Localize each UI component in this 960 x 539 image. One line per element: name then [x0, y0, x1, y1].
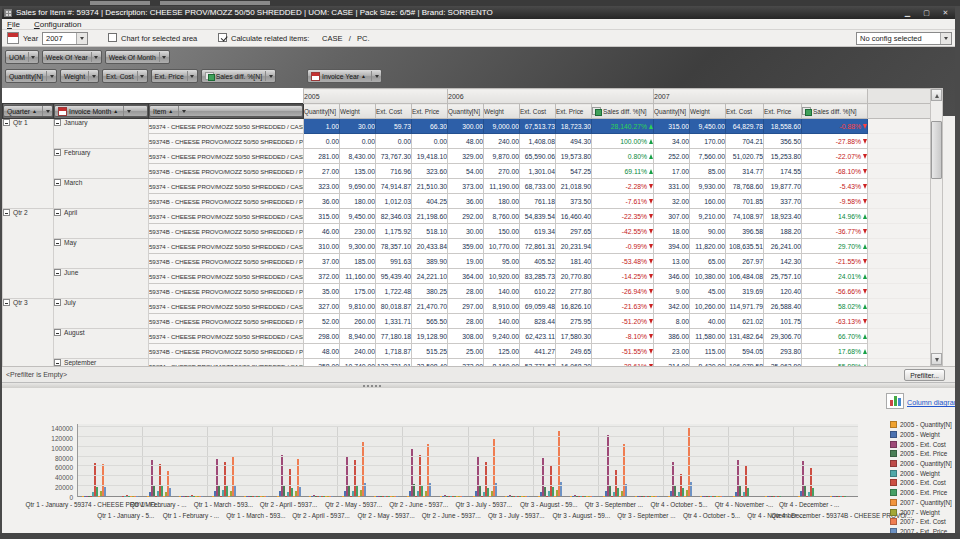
data-cell[interactable]: 11,580.00	[690, 329, 726, 344]
data-cell[interactable]: 494.30	[556, 134, 592, 149]
data-cell[interactable]: 83,285.73	[520, 269, 556, 284]
data-cell[interactable]: 106,484.08	[726, 269, 764, 284]
data-cell[interactable]: 160.00	[690, 194, 726, 209]
column-diagram-link[interactable]: Column diagram	[907, 398, 955, 407]
row-field-invoice-month[interactable]: Invoice Month▲	[54, 105, 148, 117]
data-cell[interactable]: 180.00	[484, 194, 520, 209]
scroll-down-icon[interactable]	[931, 353, 942, 365]
maximize-button[interactable]: ▢	[920, 8, 933, 17]
sales-diff-cell[interactable]: -68.10%	[802, 164, 868, 179]
menu-configuration[interactable]: Configuration	[27, 20, 89, 29]
data-cell[interactable]: 115.00	[690, 344, 726, 359]
filter-field-week-of-year[interactable]: Week Of Year	[42, 50, 102, 64]
data-cell[interactable]: 308.00	[448, 329, 484, 344]
data-cell[interactable]: 54.00	[448, 164, 484, 179]
data-cell[interactable]: 78,357.10	[376, 239, 412, 254]
data-cell[interactable]: 150.00	[484, 224, 520, 239]
month-group-cell[interactable]: August	[54, 329, 149, 359]
data-cell[interactable]: 8.00	[654, 314, 690, 329]
bar[interactable]	[136, 496, 138, 497]
data-cell[interactable]: 27.00	[304, 164, 340, 179]
data-cell[interactable]: 28.00	[448, 314, 484, 329]
sales-diff-cell[interactable]: 100.00%	[592, 134, 654, 149]
collapse-icon[interactable]	[54, 299, 61, 306]
data-cell[interactable]: 90.00	[690, 224, 726, 239]
data-cell[interactable]: 19,573.80	[556, 149, 592, 164]
filter-dropdown-icon[interactable]	[137, 71, 146, 81]
data-cell[interactable]: 24,221.10	[412, 269, 448, 284]
item-cell[interactable]: 59374 - CHEESE PROV/MOZZ 50/50 SHREDDED …	[149, 239, 304, 254]
column-field-invoice-year[interactable]: Invoice Year▲	[307, 69, 382, 83]
data-cell[interactable]: 13.00	[654, 254, 690, 269]
sales-diff-cell[interactable]: 14.96%	[802, 209, 868, 224]
data-cell[interactable]: 331.00	[654, 179, 690, 194]
collapse-icon[interactable]	[54, 329, 61, 336]
sales-diff-cell[interactable]: -42.55%	[592, 224, 654, 239]
data-cell[interactable]: 359.00	[448, 239, 484, 254]
month-group-cell[interactable]: April	[54, 209, 149, 239]
data-field-ext-cost[interactable]: Ext. Cost	[102, 69, 148, 83]
data-cell[interactable]: 716.96	[376, 164, 412, 179]
data-cell[interactable]: 389.90	[412, 254, 448, 269]
data-cell[interactable]: 82,346.03	[376, 209, 412, 224]
collapse-icon[interactable]	[3, 299, 10, 306]
data-cell[interactable]: 30.00	[448, 224, 484, 239]
data-cell[interactable]: 131,482.64	[726, 329, 764, 344]
prefilter-button[interactable]: Prefilter...	[904, 369, 945, 381]
bar[interactable]	[527, 496, 529, 497]
bar[interactable]	[266, 496, 268, 497]
data-cell[interactable]: 9,690.00	[340, 179, 376, 194]
data-cell[interactable]: 180.00	[340, 194, 376, 209]
data-cell[interactable]: 991.63	[376, 254, 412, 269]
data-cell[interactable]: 9,300.00	[340, 239, 376, 254]
value-column-header[interactable]: Ext. Cost	[726, 104, 764, 119]
data-cell[interactable]: 272.00	[448, 359, 484, 367]
data-cell[interactable]: 292.00	[448, 209, 484, 224]
collapse-icon[interactable]	[54, 269, 61, 276]
data-cell[interactable]: 52.00	[304, 314, 340, 329]
item-cell[interactable]: 59374B - CHEESE PROVO/MOZZ 50/50 SHREDDE…	[149, 134, 304, 149]
data-cell[interactable]: 185.00	[340, 254, 376, 269]
data-cell[interactable]: 62,423.11	[520, 329, 556, 344]
data-cell[interactable]: 29,306.70	[764, 329, 802, 344]
data-cell[interactable]: 240.00	[340, 344, 376, 359]
data-cell[interactable]: 170.00	[690, 134, 726, 149]
sales-diff-cell[interactable]: -0.99%	[592, 239, 654, 254]
value-column-header[interactable]: Sales diff. %[N]	[802, 104, 868, 119]
data-cell[interactable]: 18,923.40	[764, 209, 802, 224]
sales-diff-cell[interactable]: -21.55%	[802, 254, 868, 269]
filter-dropdown-icon[interactable]	[88, 71, 97, 81]
data-cell[interactable]: 80,018.87	[376, 299, 412, 314]
data-cell[interactable]: 65,590.06	[520, 149, 556, 164]
filter-dropdown-icon[interactable]	[371, 71, 380, 81]
bar[interactable]	[747, 488, 749, 496]
data-cell[interactable]: 26,588.40	[764, 299, 802, 314]
data-cell[interactable]: 142.30	[764, 254, 802, 269]
bar[interactable]	[226, 486, 228, 496]
bar[interactable]	[421, 486, 423, 496]
data-cell[interactable]: 18.00	[654, 224, 690, 239]
data-field-sales-diff-n-[interactable]: Sales diff. %[N]	[201, 69, 276, 83]
sales-diff-cell[interactable]: -51.55%	[592, 344, 654, 359]
data-cell[interactable]: 380.25	[412, 284, 448, 299]
data-cell[interactable]: 35.00	[304, 284, 340, 299]
data-cell[interactable]: 358.00	[304, 359, 340, 367]
data-cell[interactable]: 10,740.00	[340, 359, 376, 367]
data-cell[interactable]: 9,870.00	[484, 149, 520, 164]
data-cell[interactable]: 1,718.87	[376, 344, 412, 359]
menu-file[interactable]: File	[0, 20, 27, 29]
data-cell[interactable]: 0.00	[412, 134, 448, 149]
data-cell[interactable]: 125.00	[484, 344, 520, 359]
value-column-header[interactable]: Quantity[N]	[654, 104, 690, 119]
data-cell[interactable]: 281.00	[304, 149, 340, 164]
data-cell[interactable]: 78,768.60	[726, 179, 764, 194]
data-cell[interactable]: 120.40	[764, 284, 802, 299]
item-cell[interactable]: 59374 - CHEESE PROV/MOZZ 50/50 SHREDDED …	[149, 149, 304, 164]
data-cell[interactable]: 25.00	[448, 344, 484, 359]
quarter-group-cell[interactable]: Qtr 1	[3, 119, 54, 209]
bar[interactable]	[356, 486, 358, 496]
data-cell[interactable]: 36.00	[304, 194, 340, 209]
sales-diff-cell[interactable]: -22.07%	[802, 149, 868, 164]
data-cell[interactable]: 25,757.10	[764, 269, 802, 284]
item-cell[interactable]: 59374 - CHEESE PROV/MOZZ 50/50 SHREDDED …	[149, 329, 304, 344]
